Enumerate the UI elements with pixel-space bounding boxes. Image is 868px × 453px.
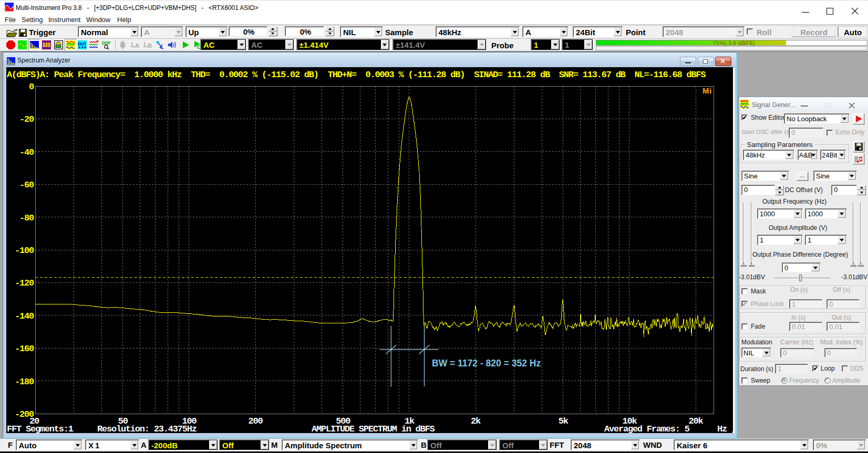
svg-text:-160: -160 — [15, 344, 34, 354]
svg-text:BW = 1172 - 820 = 352 Hz: BW = 1172 - 820 = 352 Hz — [432, 358, 541, 368]
svg-text:-140: -140 — [15, 311, 34, 321]
svg-text:-120: -120 — [15, 278, 34, 288]
svg-text:5k: 5k — [559, 416, 569, 426]
svg-text:-20: -20 — [19, 114, 34, 124]
svg-text:FFT Segments:1: FFT Segments:1 — [7, 424, 74, 433]
svg-text:-40: -40 — [19, 148, 34, 157]
svg-text:200: 200 — [249, 416, 263, 426]
svg-text:Hz: Hz — [717, 424, 727, 433]
svg-text:0: 0 — [29, 82, 34, 92]
svg-text:-100: -100 — [15, 246, 34, 256]
svg-text:Averaged Frames: 5: Averaged Frames: 5 — [604, 424, 690, 433]
svg-text:20k: 20k — [689, 416, 704, 426]
svg-text:2k: 2k — [471, 416, 481, 426]
svg-text:AMPLITUDE SPECTRUM in dBFS: AMPLITUDE SPECTRUM in dBFS — [312, 424, 435, 433]
svg-text:A(dBFS)A: Peak Frequency= 1.0: A(dBFS)A: Peak Frequency= 1.0000 kHz THD… — [7, 70, 706, 80]
svg-text:A: A — [135, 43, 139, 49]
svg-text:Resolution: 23.4375Hz: Resolution: 23.4375Hz — [97, 424, 197, 433]
svg-text:888: 888 — [43, 42, 50, 49]
svg-text:-80: -80 — [19, 213, 34, 223]
svg-text:-180: -180 — [15, 377, 34, 387]
svg-text:B: B — [148, 43, 152, 49]
svg-text:-60: -60 — [19, 180, 34, 190]
svg-text:DUT: DUT — [78, 41, 87, 46]
